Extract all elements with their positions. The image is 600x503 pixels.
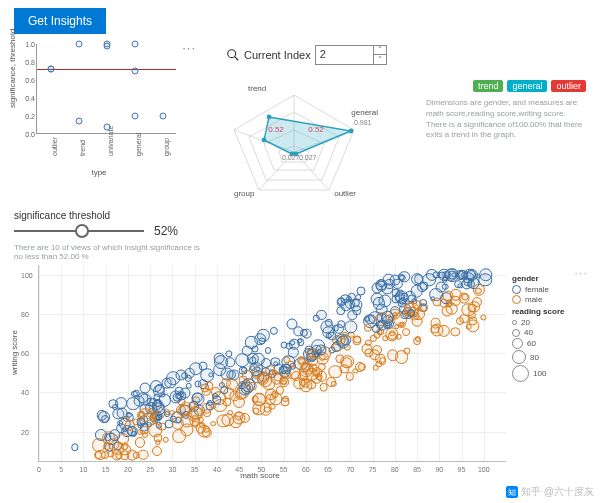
svg-text:0.027: 0.027 [282, 154, 300, 161]
svg-text:知: 知 [508, 488, 516, 497]
tag-trend[interactable]: trend [473, 80, 504, 92]
insight-desc-2: There is a significance of100.00% that t… [426, 120, 586, 142]
small-chart-xlabel: type [14, 168, 184, 177]
radar-axis-group: group [234, 189, 254, 198]
scatter-xlabel: math score [14, 471, 506, 480]
top-row: ··· significance, threshold 0.00.20.40.6… [14, 40, 586, 210]
svg-point-13 [349, 129, 354, 134]
svg-text:0.52: 0.52 [268, 125, 284, 134]
legend-size-20[interactable]: 20 [512, 318, 586, 327]
current-index-input[interactable]: 2 ˄ ˅ [315, 45, 387, 65]
tag-outlier[interactable]: outlier [551, 80, 586, 92]
svg-text:0.981: 0.981 [354, 119, 372, 126]
radar-axis-outlier: outlier [334, 189, 356, 198]
small-chart-ylabel: significance, threshold [8, 29, 17, 108]
scatter-ylabel: writing score [10, 330, 19, 375]
svg-text:0.027: 0.027 [299, 154, 317, 161]
legend-female[interactable]: female [512, 285, 586, 294]
scatter-legend: gender female male reading score 2040608… [512, 271, 586, 383]
legend-size-40[interactable]: 40 [512, 328, 586, 337]
watermark: 知 知乎 @六十度灰 [506, 485, 594, 499]
radar-chart: 0.52 0.52 0.981 0.027 0.027 trend genera… [214, 80, 374, 210]
chart-more-icon[interactable]: ··· [182, 40, 196, 55]
legend-gender-head: gender [512, 274, 586, 283]
slider-note: There are 10 of views of which insight s… [14, 243, 204, 261]
tag-general[interactable]: general [507, 80, 547, 92]
svg-text:0.52: 0.52 [308, 125, 324, 134]
get-insights-button[interactable]: Get Insights [14, 8, 106, 34]
insight-desc-1: Dimensions are gender, and measures are … [426, 98, 586, 120]
current-index-label: Current Index [244, 49, 311, 61]
svg-point-16 [262, 138, 267, 143]
legend-size-head: reading score [512, 307, 586, 316]
current-index-control: Current Index 2 ˄ ˅ [226, 45, 387, 65]
small-chart-plot: 0.00.20.40.60.81.0outliertrendunivariate… [36, 44, 176, 134]
slider-percent: 52% [154, 224, 178, 238]
legend-male[interactable]: male [512, 295, 586, 304]
insight-panel: trendgeneraloutlier Dimensions are gende… [426, 80, 586, 141]
slider-thumb[interactable] [75, 224, 89, 238]
current-index-value: 2 [316, 46, 373, 64]
svg-line-1 [235, 57, 239, 61]
radar-axis-general: general [351, 108, 378, 117]
significance-chart: ··· significance, threshold 0.00.20.40.6… [14, 40, 184, 175]
index-step-up[interactable]: ˄ [374, 46, 386, 55]
zhihu-icon: 知 [506, 486, 518, 498]
threshold-slider[interactable] [14, 223, 144, 239]
search-icon [226, 48, 240, 62]
radar-axis-trend: trend [248, 84, 266, 93]
threshold-slider-block: significance threshold 52% There are 10 … [14, 210, 209, 261]
svg-marker-11 [264, 117, 351, 154]
svg-point-0 [228, 50, 236, 58]
index-step-down[interactable]: ˅ [374, 55, 386, 64]
legend-size-100[interactable]: 100 [512, 365, 586, 382]
scatter-plot-area: 0510152025303540455055606570758085909510… [38, 265, 506, 462]
legend-size-60[interactable]: 60 [512, 338, 586, 349]
slider-title: significance threshold [14, 210, 209, 221]
svg-point-12 [267, 115, 272, 120]
scatter-chart: ··· writing score 0510152025303540455055… [14, 265, 586, 478]
legend-size-80[interactable]: 80 [512, 350, 586, 364]
